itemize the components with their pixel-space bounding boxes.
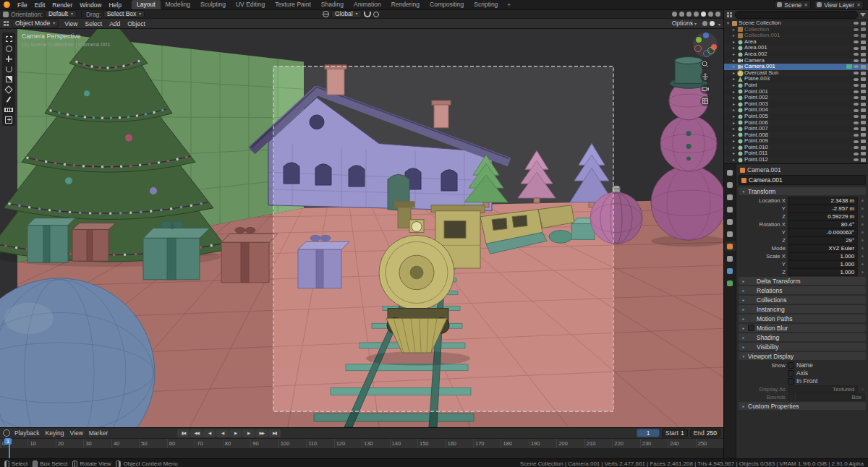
properties-tab-render[interactable] [725, 180, 736, 189]
outliner-row[interactable]: ▸Point.008 [724, 132, 868, 139]
outliner-row[interactable]: ▸Collection [724, 27, 868, 33]
workspace-tab[interactable]: Modeling [161, 0, 196, 9]
hide-in-viewport-icon[interactable] [854, 134, 859, 137]
transform-panel-header[interactable]: ▾Transform [739, 187, 866, 195]
timeline-menu-Marker[interactable]: Marker [86, 429, 111, 437]
workspace-tab[interactable]: Shading [316, 0, 349, 9]
camera-view-icon[interactable] [700, 84, 710, 94]
axis-z-dot[interactable] [703, 33, 709, 38]
disable-in-render-icon[interactable] [861, 121, 866, 124]
hide-in-viewport-icon[interactable] [854, 59, 859, 62]
outliner-row[interactable]: ▸Camera.001 [724, 64, 868, 70]
viewport-menu-Object[interactable]: Object [124, 20, 149, 27]
jump-end-button[interactable]: ▶▮ [268, 429, 281, 437]
animate-dot[interactable] [860, 247, 865, 249]
timeline-menu-Playback[interactable]: Playback [12, 429, 43, 437]
disable-in-render-icon[interactable] [861, 46, 866, 50]
timeline-menu-Keying[interactable]: Keying [43, 429, 67, 437]
outliner-search-input[interactable] [735, 11, 858, 19]
properties-tab-constraints[interactable] [725, 254, 736, 263]
zoom-icon[interactable] [700, 59, 710, 69]
outliner-row[interactable]: ▸Overcast Sun [724, 70, 868, 77]
workspace-tab[interactable]: Scripting [469, 0, 503, 9]
disable-in-render-icon[interactable] [861, 40, 866, 44]
viewport-menu-Add[interactable]: Add [106, 20, 124, 27]
panel-header[interactable]: ▸Motion Blur [739, 324, 866, 332]
outliner-row[interactable]: ▸Point.010 [724, 145, 868, 151]
expand-icon[interactable]: ▸ [731, 45, 736, 51]
navigate-gizmo[interactable] [693, 33, 718, 57]
shading-rendered-icon[interactable] [715, 12, 720, 17]
expand-icon[interactable]: ▸ [731, 107, 736, 113]
expand-icon[interactable]: ▸ [731, 138, 736, 145]
axis-y-dot[interactable] [696, 37, 702, 43]
properties-tab-world[interactable] [725, 229, 736, 239]
expand-icon[interactable]: ▸ [731, 101, 736, 108]
disable-in-render-icon[interactable] [861, 77, 866, 81]
tool-measure[interactable] [4, 105, 14, 114]
expand-icon[interactable]: ▸ [731, 82, 736, 89]
show-axis-checkbox[interactable] [788, 370, 794, 377]
expand-icon[interactable]: ▸ [731, 64, 736, 70]
tool-select-box[interactable] [4, 34, 14, 43]
disable-in-render-icon[interactable] [861, 108, 866, 112]
expand-icon[interactable]: ▸ [731, 126, 736, 132]
expand-icon[interactable]: ▸ [731, 27, 736, 33]
hide-in-viewport-icon[interactable] [854, 53, 859, 56]
hide-in-viewport-icon[interactable] [854, 28, 859, 31]
expand-icon[interactable]: ▸ [731, 33, 736, 39]
custom-properties-panel-header[interactable]: ▸Custom Properties [739, 402, 866, 410]
animate-dot[interactable] [860, 215, 865, 218]
frame-start-field[interactable]: Start1 [662, 429, 688, 437]
drag-dropdown[interactable]: Select Box [103, 10, 145, 18]
timeline-ruler[interactable]: 0102030405060708090100110120130140150160… [0, 438, 723, 448]
menu-Edit[interactable]: Edit [31, 1, 49, 9]
toggle-xray-icon[interactable] [686, 12, 692, 17]
tool-scale[interactable] [4, 74, 14, 84]
animate-dot[interactable] [860, 207, 865, 210]
blender-logo[interactable] [4, 1, 10, 8]
bounds-checkbox[interactable] [788, 394, 794, 400]
disable-in-render-icon[interactable] [861, 22, 866, 25]
hide-in-viewport-icon[interactable] [854, 84, 859, 87]
expand-icon[interactable]: ▸ [731, 132, 736, 139]
shading-dropdown-icon[interactable] [717, 20, 720, 27]
expand-icon[interactable]: ▸ [731, 70, 736, 77]
show-overlays-icon[interactable] [679, 12, 684, 17]
outliner-row[interactable]: ▸Collection.001 [724, 33, 868, 39]
outliner-row[interactable]: ▸Point.002 [724, 95, 868, 101]
hide-in-viewport-icon[interactable] [854, 40, 859, 43]
hide-in-viewport-icon[interactable] [854, 109, 859, 112]
disable-in-render-icon[interactable] [861, 133, 866, 137]
scale-z-field[interactable]: 1.000 [788, 268, 858, 276]
expand-icon[interactable]: ▸ [731, 76, 736, 82]
shading-pill-solid-icon[interactable] [710, 21, 715, 26]
hide-in-viewport-icon[interactable] [854, 140, 859, 143]
outliner-row[interactable]: ▸Point.004 [724, 107, 868, 113]
hide-in-viewport-icon[interactable] [854, 96, 859, 99]
disable-in-render-icon[interactable] [861, 103, 866, 106]
editor-type-icon[interactable] [3, 20, 9, 27]
disable-in-render-icon[interactable] [861, 140, 866, 143]
snap-magnet-icon[interactable] [364, 12, 371, 17]
transform-orientation-dropdown[interactable]: Global [331, 10, 362, 18]
tool-add-cube[interactable] [4, 115, 14, 124]
disable-in-render-icon[interactable] [861, 27, 866, 31]
properties-tab-view-layer[interactable] [725, 205, 736, 214]
tool-rotate[interactable] [4, 64, 14, 74]
outliner-row[interactable]: ▸Point [724, 82, 868, 89]
outliner-row[interactable]: ▸Point.007 [724, 126, 868, 132]
shading-material-icon[interactable] [708, 12, 713, 17]
animate-dot[interactable] [860, 231, 865, 234]
location-z-field[interactable]: 0.59229 m [788, 213, 858, 220]
panel-header[interactable]: ▸Shading [739, 333, 866, 341]
clear-view-layer-icon[interactable]: ✕ [856, 2, 861, 8]
outliner-row[interactable]: ▸Plane.003 [724, 76, 868, 82]
tool-transform[interactable] [4, 85, 14, 94]
expand-icon[interactable]: ▸ [731, 58, 736, 64]
disable-in-render-icon[interactable] [861, 34, 866, 38]
outliner-editor-icon[interactable] [726, 12, 733, 18]
disable-in-render-icon[interactable] [861, 65, 866, 69]
outliner-row[interactable]: ▾Scene Collection [724, 20, 868, 27]
panel-header[interactable]: ▸Delta Transform [739, 277, 866, 285]
